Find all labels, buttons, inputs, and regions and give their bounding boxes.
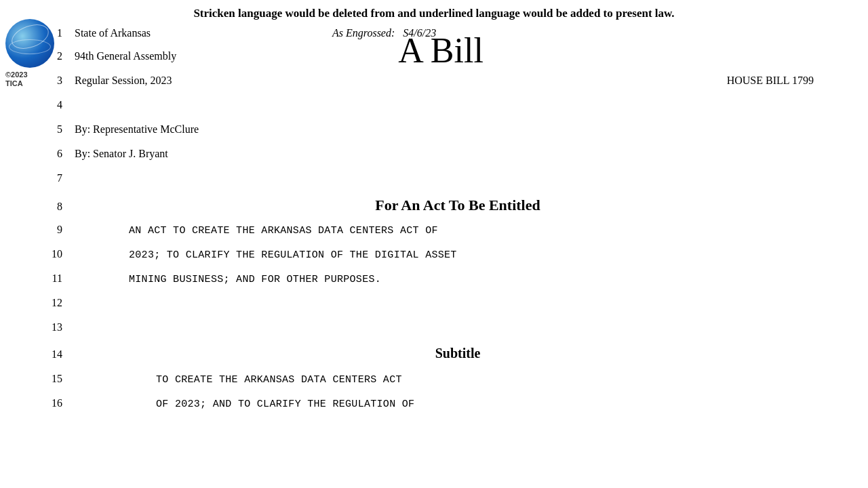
line-number: 16 — [41, 397, 75, 409]
line-number: 5 — [41, 123, 75, 136]
line-number: 11 — [41, 272, 75, 285]
house-bill-label: HOUSE BILL 1799 — [727, 75, 814, 87]
line-content: TO CREATE THE ARKANSAS DATA CENTERS ACT — [75, 374, 841, 386]
line-row: 11 MINING BUSINESS; AND FOR OTHER PURPOS… — [41, 272, 841, 297]
line-row: 10 2023; TO CLARIFY THE REGULATION OF TH… — [41, 248, 841, 272]
line-number: 7 — [41, 172, 75, 184]
line-content: MINING BUSINESS; AND FOR OTHER PURPOSES. — [75, 274, 841, 285]
line-row: 12 — [41, 297, 841, 321]
line-content: For An Act To Be Entitled — [75, 197, 841, 214]
line-row: 9 AN ACT TO CREATE THE ARKANSAS DATA CEN… — [41, 224, 841, 248]
line-content: By: Representative McClure — [75, 123, 841, 136]
act-title: For An Act To Be Entitled — [375, 197, 540, 214]
line-row: 6 By: Senator J. Bryant — [41, 148, 841, 172]
line-number: 15 — [41, 373, 75, 385]
line-row: 15 TO CREATE THE ARKANSAS DATA CENTERS A… — [41, 373, 841, 397]
line-row: 5 By: Representative McClure — [41, 123, 841, 148]
line-content: Regular Session, 2023 — [75, 75, 841, 87]
document-body: 1 State of Arkansas As Engrossed: S4/6/2… — [0, 24, 868, 422]
line-content: Subtitle — [75, 346, 841, 361]
line-row: 13 — [41, 321, 841, 346]
line-row: 7 — [41, 172, 841, 197]
line-row: 14 Subtitle — [41, 346, 841, 373]
line-content: By: Senator J. Bryant — [75, 148, 841, 160]
line-row: 3 Regular Session, 2023 HOUSE BILL 1799 — [41, 75, 841, 99]
subtitle-title: Subtitle — [435, 346, 481, 361]
line-number: 12 — [41, 297, 75, 309]
line-number: 14 — [41, 348, 75, 361]
line-row: 4 — [41, 99, 841, 123]
line-number: 1 — [41, 27, 75, 39]
line-number: 6 — [41, 148, 75, 160]
line-row: 8 For An Act To Be Entitled — [41, 197, 841, 224]
line-number: 3 — [41, 75, 75, 87]
line-number: 10 — [41, 248, 75, 260]
line-number: 4 — [41, 99, 75, 111]
header-notice: Stricken language would be deleted from … — [0, 0, 868, 24]
line-content: AN ACT TO CREATE THE ARKANSAS DATA CENTE… — [75, 225, 841, 237]
line-number: 9 — [41, 224, 75, 236]
line-content: 2023; TO CLARIFY THE REGULATION OF THE D… — [75, 249, 841, 261]
line-row: 16 OF 2023; AND TO CLARIFY THE REGULATIO… — [41, 397, 841, 422]
line-number: 8 — [41, 201, 75, 213]
line-content: OF 2023; AND TO CLARIFY THE REGULATION O… — [75, 399, 841, 410]
bill-title: A Bill — [339, 31, 542, 70]
line-number: 13 — [41, 321, 75, 333]
